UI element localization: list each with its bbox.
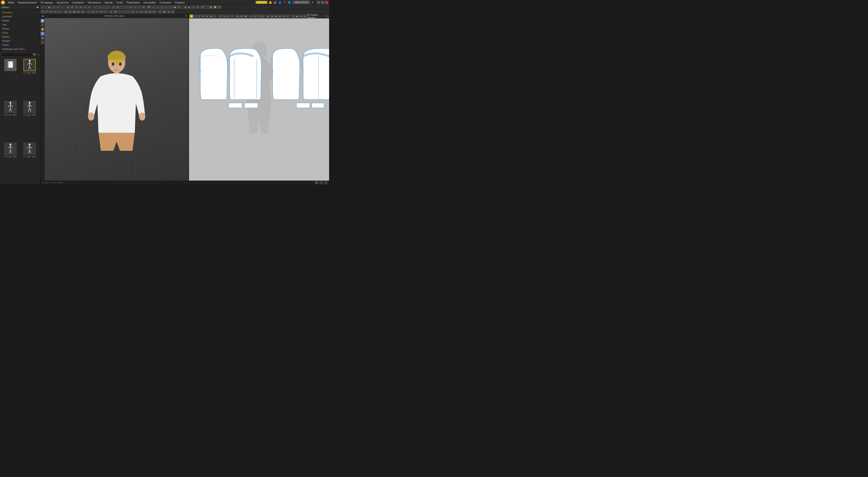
sidebar-item-shoes[interactable]: Shoes <box>0 27 40 31</box>
search-input[interactable] <box>1 53 32 57</box>
tb2-r[interactable]: ◊ <box>118 10 122 13</box>
tb2-ac[interactable]: ◖ <box>166 10 170 13</box>
tb2-z[interactable]: ◓ <box>152 10 156 13</box>
menu-script[interactable]: Script <box>115 1 125 4</box>
eye-tool[interactable]: 👁 <box>217 5 221 9</box>
2d-tb-h[interactable]: ⊗ <box>222 14 226 18</box>
sidebar-item-fabric[interactable]: Fabric <box>0 43 40 47</box>
library-expand-icon[interactable]: ▶ <box>37 6 39 8</box>
2d-tb-u[interactable]: ◓ <box>278 14 282 18</box>
sidebar-item-avatar[interactable]: Avatar <box>0 19 40 23</box>
arrow-left-tool[interactable]: ◀ <box>183 5 187 9</box>
menu-edit[interactable]: Редактирование <box>16 1 39 4</box>
tool-w[interactable]: ⬡ <box>164 5 168 9</box>
menu-3d[interactable]: 3D одежда <box>39 1 55 4</box>
2d-tb-i[interactable]: ⊘ <box>226 14 230 18</box>
2d-expand-icon[interactable]: ⊡ <box>327 15 329 18</box>
tb2-e[interactable]: ⊜ <box>58 10 62 13</box>
tb2-ad[interactable]: ◗ <box>170 10 175 13</box>
tb2-x[interactable]: ◑ <box>144 10 148 13</box>
tool-f[interactable]: ⊘ <box>87 5 91 9</box>
tool-n[interactable]: ⌂ <box>124 5 128 9</box>
menu-2d[interactable]: 2Д детали <box>55 1 70 4</box>
status-icon-window[interactable]: ◱ <box>320 181 323 184</box>
pin-tool[interactable]: 📌 <box>200 5 204 9</box>
tb2-q[interactable]: ◉ <box>114 10 118 13</box>
2d-tb-a[interactable]: ⊡ <box>193 14 197 18</box>
2d-tb-y[interactable]: ◕ <box>295 14 299 18</box>
notification-icon[interactable]: 🔔 <box>269 1 272 4</box>
tool-o[interactable]: ⊜ <box>129 5 133 9</box>
sidebar-item-hanger[interactable]: Hanger <box>0 39 40 43</box>
tool-t[interactable]: ⊙ <box>151 5 156 9</box>
strip-btn-face[interactable]: 😐 <box>41 28 44 31</box>
minimize-button[interactable]: _ <box>317 1 320 4</box>
menu-help[interactable]: Справка <box>173 1 186 4</box>
move-button[interactable]: ✛ <box>52 5 56 9</box>
tool-k[interactable]: ⊡ <box>112 5 116 9</box>
tb2-s[interactable]: ○ <box>122 10 126 13</box>
2d-tb-p[interactable]: ⊟ <box>257 14 260 18</box>
sidebar-item-garment[interactable]: Garment <box>0 14 40 19</box>
tb2-y[interactable]: ◒ <box>148 10 152 13</box>
status-icon-expand[interactable]: ⊡ <box>324 181 327 184</box>
tb2-w[interactable]: ◐ <box>139 10 143 13</box>
tb2-k[interactable]: ⊝ <box>86 10 90 13</box>
status-icon-grid[interactable]: ▦ <box>315 181 318 184</box>
tool-q[interactable]: ⌗ <box>137 5 141 9</box>
list-item[interactable]: F_A_po...pos <box>21 142 39 183</box>
dropdown-arrow-icon[interactable]: ▼ <box>311 1 314 4</box>
list-item[interactable]: F_A_po...pos <box>1 142 20 183</box>
tool-g[interactable]: ▷ <box>93 5 97 9</box>
tb2-o[interactable]: ⊡ <box>103 10 107 13</box>
undo-button[interactable]: ↩ <box>41 5 45 9</box>
menu-avatar[interactable]: Аватар <box>103 1 115 4</box>
tool-v[interactable]: ◯ <box>160 5 164 9</box>
tool-b[interactable]: ⊞ <box>70 5 74 9</box>
help-icon[interactable]: ❓ <box>283 1 286 4</box>
tb2-b[interactable]: ⊙ <box>45 10 49 13</box>
2d-tb-b[interactable]: ⊟ <box>197 14 201 18</box>
menu-settings[interactable]: Настройки <box>142 1 158 4</box>
2d-tb-d[interactable]: ◈ <box>205 14 209 18</box>
sidebar-item-hair[interactable]: Hair <box>0 23 40 27</box>
tool-h[interactable]: ◁ <box>97 5 101 9</box>
sidebar-item-motion[interactable]: Motion <box>0 35 40 39</box>
volume-icon[interactable]: 🔊 <box>274 1 277 4</box>
tb2-p[interactable]: ◈ <box>109 10 113 13</box>
select-button[interactable]: ▣ <box>47 5 51 9</box>
tool-x[interactable]: ◻ <box>168 5 173 9</box>
2d-tb-e[interactable]: ◉ <box>209 14 213 18</box>
sidebar-item-hardware-trims[interactable]: Hardware and Trims <box>0 47 40 51</box>
2d-tb-g[interactable]: ⊕ <box>219 14 222 18</box>
curve-tool[interactable]: ⌒ <box>204 5 209 9</box>
tb2-j[interactable]: ▨ <box>81 10 85 13</box>
tool-d[interactable]: ⊕ <box>79 5 83 9</box>
2d-tb-n[interactable]: ⊝ <box>249 14 253 18</box>
2d-tb-z[interactable]: ◖ <box>299 14 303 18</box>
tool-m[interactable]: ⋯ <box>120 5 124 9</box>
2d-tb-v[interactable]: ⊚ <box>282 14 286 18</box>
2d-tb-k[interactable]: ▤ <box>236 14 240 18</box>
2d-tb-aa[interactable]: ◗ <box>303 14 307 18</box>
tb2-l[interactable]: ⊞ <box>91 10 95 13</box>
tb2-a[interactable]: ⊡ <box>41 10 45 13</box>
2d-tb-j[interactable]: ⊙ <box>230 14 234 18</box>
tb2-ab[interactable]: ◕ <box>162 10 166 13</box>
menu-show[interactable]: Показывать <box>125 1 142 4</box>
2d-tb-l[interactable]: ▥ <box>240 14 243 18</box>
tool-s[interactable]: 🔍 <box>147 5 151 9</box>
strip-btn-head[interactable]: ● <box>41 40 44 44</box>
list-item[interactable]: ... <box>1 59 20 100</box>
user-icon[interactable]: 👤 <box>278 1 282 4</box>
2d-tb-q[interactable]: ⊠ <box>261 14 265 18</box>
close-button[interactable]: × <box>325 1 328 4</box>
tb2-v[interactable]: ◎ <box>135 10 139 13</box>
search-icon[interactable]: 🔍 <box>33 54 36 56</box>
2d-tb-o[interactable]: ⊞ <box>253 14 257 18</box>
community-icon[interactable]: 🌐 <box>288 1 291 4</box>
2d-tb-t[interactable]: ◒ <box>274 14 278 18</box>
2d-tb-r[interactable]: ◐ <box>266 14 270 18</box>
tb2-n[interactable]: ⊠ <box>99 10 103 13</box>
sidebar-item-favorites[interactable]: Favorites <box>0 10 40 14</box>
